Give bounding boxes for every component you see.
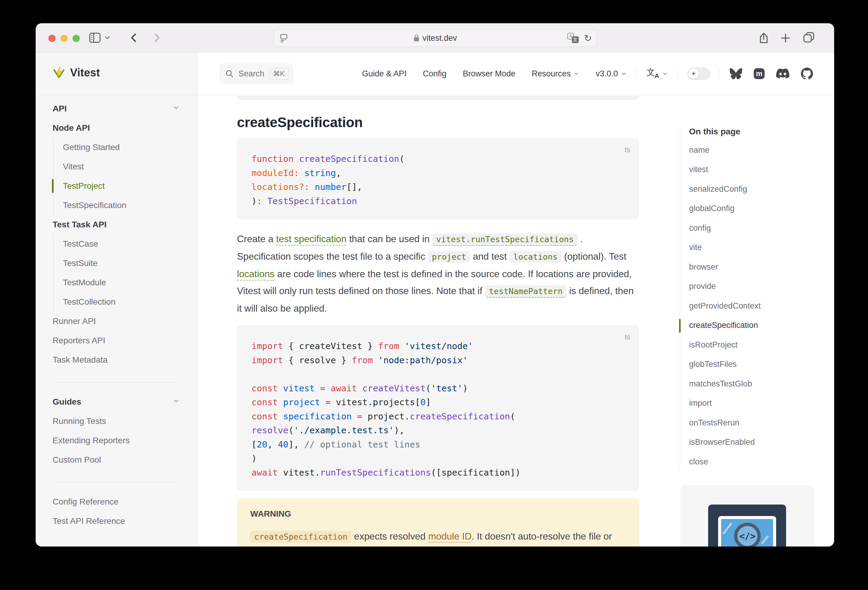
sidebar-section-test-task-api[interactable]: Test Task API — [53, 215, 198, 234]
url-display: vitest.dev — [274, 34, 596, 43]
inline-link[interactable]: module ID — [428, 531, 472, 542]
code-block-signature: ts function createSpecification( moduleI… — [237, 138, 639, 219]
sidebar-item-testspecification[interactable]: TestSpecification — [54, 196, 198, 215]
discord-icon[interactable] — [776, 68, 790, 79]
toc-item-matchestestglob[interactable]: matchesTestGlob — [689, 374, 828, 394]
toc-divider-line — [680, 127, 680, 468]
doc-paragraph: Create a test specification that can be … — [237, 230, 639, 317]
toc-item-name[interactable]: name — [689, 140, 828, 160]
sidebar-link-test-api-reference[interactable]: Test API Reference — [53, 512, 198, 531]
theme-toggle[interactable]: ☀ — [688, 68, 710, 80]
translate-icon[interactable]: A 文 — [567, 33, 579, 43]
inline-link[interactable]: test specification — [276, 233, 347, 244]
github-icon[interactable] — [801, 68, 813, 80]
share-icon[interactable] — [758, 32, 769, 44]
vitest-logo[interactable]: Vitest — [53, 66, 100, 79]
toc-item-isrootproject[interactable]: isRootProject — [689, 335, 828, 355]
toc-item-browser[interactable]: browser — [689, 257, 828, 277]
sidebar-section-node-api[interactable]: Node API — [53, 118, 198, 138]
traffic-lights — [48, 35, 80, 42]
code-line: const vitest = await createVitest('test'… — [251, 381, 625, 396]
divider — [636, 68, 637, 79]
language-menu[interactable]: 文A — [647, 68, 668, 79]
bluesky-icon[interactable] — [729, 68, 742, 79]
search-icon — [225, 69, 234, 78]
toc-item-vite[interactable]: vite — [689, 238, 828, 257]
toc-item-vitest[interactable]: vitest — [689, 160, 828, 180]
inline-code-link[interactable]: testNamePattern — [485, 285, 567, 298]
toc-item-isbrowserenabled[interactable]: isBrowserEnabled — [689, 433, 828, 452]
toc-item-globalconfig[interactable]: globalConfig — [689, 199, 828, 219]
search-button[interactable]: Search ⌘K — [219, 63, 294, 84]
code-block-example: ts import { createVitest } from 'vitest/… — [237, 325, 639, 491]
code-line: function createSpecification( — [251, 152, 625, 166]
sidebar-item-testcollection[interactable]: TestCollection — [54, 292, 198, 312]
nav-resources[interactable]: Resources — [531, 69, 579, 78]
top-nav: Guide & API Config Browser Mode Resource… — [346, 53, 813, 95]
mastodon-icon[interactable]: m — [754, 68, 765, 79]
minimize-window-button[interactable] — [61, 35, 68, 42]
code-line: ) — [251, 452, 625, 466]
inline-code: createSpecification — [250, 531, 351, 543]
sidebar-link-extending-reporters[interactable]: Extending Reporters — [53, 431, 198, 450]
toc-item-provide[interactable]: provide — [689, 277, 828, 297]
code-line: locations?: number[], — [251, 180, 625, 194]
nav-browser-mode[interactable]: Browser Mode — [463, 69, 515, 78]
toc-item-getprovidedcontext[interactable]: getProvidedContext — [689, 296, 828, 316]
warning-title: WARNING — [250, 509, 626, 519]
nav-guide-api[interactable]: Guide & API — [362, 69, 406, 78]
divider — [53, 382, 178, 383]
toc-title: On this page — [689, 123, 828, 140]
search-label: Search — [238, 69, 264, 78]
sidebar-item-vitest[interactable]: Vitest — [54, 157, 198, 177]
sidebar-section-api[interactable]: API — [53, 99, 198, 118]
sidebar-item-testsuite[interactable]: TestSuite — [54, 254, 198, 273]
inline-code-link[interactable]: vitest.runTestSpecifications — [432, 233, 577, 246]
lock-icon — [413, 34, 419, 42]
sidebar-item-testcase[interactable]: TestCase — [54, 234, 198, 254]
site-header: Vitest Search ⌘K Guide & API Config Brow… — [35, 53, 834, 95]
address-bar[interactable]: vitest.dev A 文 ↻ — [273, 29, 597, 47]
back-button[interactable] — [128, 32, 139, 44]
toc-item-serializedconfig[interactable]: serializedConfig — [689, 180, 828, 199]
code-line: ): TestSpecification — [251, 194, 625, 208]
sidebar-link-runner-api[interactable]: Runner API — [53, 312, 198, 331]
translate-icon: 文A — [647, 68, 659, 79]
toc-item-close[interactable]: close — [689, 452, 828, 472]
sidebar-item-getting-started[interactable]: Getting Started — [54, 138, 198, 157]
sidebar-section-guides[interactable]: Guides — [53, 392, 198, 412]
toc-item-ontestsrerun[interactable]: onTestsRerun — [689, 413, 828, 433]
nav-version[interactable]: v3.0.0 — [596, 69, 627, 78]
code-line: import { resolve } from 'node:path/posix… — [251, 353, 625, 368]
sidebar-link-running-tests[interactable]: Running Tests — [53, 412, 198, 431]
tab-overview-icon[interactable] — [803, 32, 815, 44]
chevron-down-icon — [573, 71, 579, 77]
browser-window: vitest.dev A 文 ↻ — [35, 23, 834, 546]
code-line: resolve('./example.test.ts'), — [251, 423, 625, 437]
new-tab-icon[interactable] — [780, 32, 791, 44]
sponsor-card[interactable]: </> — [680, 485, 814, 546]
toc-item-globtestfiles[interactable]: globTestFiles — [689, 355, 828, 374]
sidebar-link-task-metadata[interactable]: Task Metadata — [53, 350, 198, 369]
inline-code: project — [428, 251, 470, 263]
magnifier-code-icon: </> — [734, 523, 761, 546]
zoom-window-button[interactable] — [72, 35, 80, 42]
chevron-down-icon — [172, 397, 180, 405]
sidebar-link-reporters-api[interactable]: Reporters API — [53, 331, 198, 350]
sidebar-link-config-reference[interactable]: Config Reference — [53, 492, 198, 512]
toc-item-import[interactable]: import — [689, 394, 828, 413]
sidebar-link-custom-pool[interactable]: Custom Pool — [53, 450, 198, 469]
toc-item-createspecification[interactable]: createSpecification — [689, 316, 828, 335]
logo-text: Vitest — [70, 66, 100, 79]
sidebar-item-testproject[interactable]: TestProject — [54, 177, 198, 196]
toc-item-config[interactable]: config — [689, 218, 828, 238]
inline-link[interactable]: locations — [237, 268, 275, 279]
reload-icon[interactable]: ↻ — [584, 33, 592, 44]
url-text: vitest.dev — [422, 34, 457, 43]
close-window-button[interactable] — [48, 35, 56, 42]
code-line — [251, 367, 625, 381]
forward-button[interactable] — [152, 32, 162, 44]
sidebar-toggle-icon[interactable] — [89, 32, 111, 44]
nav-config[interactable]: Config — [423, 69, 446, 78]
sidebar-item-testmodule[interactable]: TestModule — [54, 273, 198, 292]
